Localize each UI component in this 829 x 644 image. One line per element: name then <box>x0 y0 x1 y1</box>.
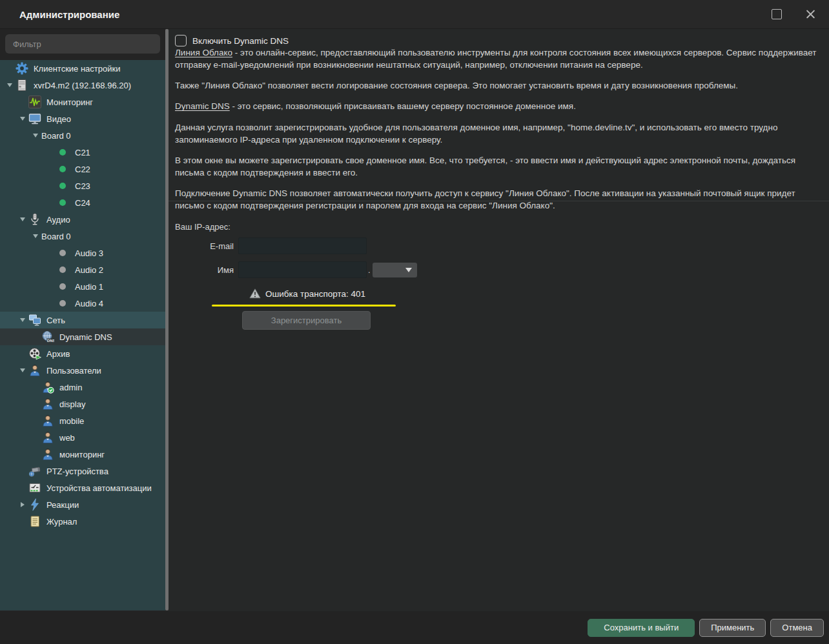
arrow-spacer <box>43 197 54 208</box>
tree-item-archive[interactable]: Архив <box>0 345 165 362</box>
chevron-down-icon[interactable] <box>30 230 41 242</box>
description-paragraph: Подключение Dynamic DNS позволяет автома… <box>175 187 821 212</box>
monitoring-icon <box>28 96 41 108</box>
section-divider <box>169 201 829 201</box>
maximize-icon <box>772 9 782 19</box>
chevron-down-icon[interactable] <box>17 214 28 225</box>
arrow-spacer <box>17 516 28 527</box>
chevron-down-icon[interactable] <box>17 365 28 376</box>
status-bullet <box>59 149 66 156</box>
chevron-down-icon[interactable] <box>30 130 41 141</box>
arrow-spacer <box>43 180 54 192</box>
save-and-exit-button[interactable]: Сохранить и выйти <box>588 619 695 637</box>
description-paragraph: Линия Облако - это онлайн-сервис, предос… <box>175 46 821 71</box>
tree-item-camera-c22[interactable]: C22 <box>0 161 165 177</box>
user-icon <box>28 364 41 377</box>
tree-item-camera-c23[interactable]: C23 <box>0 177 165 194</box>
tree-item-label: Клиентские настройки <box>34 64 120 74</box>
dns-globe-icon: DNS <box>41 330 54 343</box>
tree-item-label: C24 <box>75 198 90 208</box>
inline-link[interactable]: Dynamic DNS <box>175 101 230 111</box>
tree-item-monitoring[interactable]: Мониторинг <box>0 94 165 110</box>
tree-item-user-monitoring[interactable]: мониторинг <box>0 446 165 463</box>
tree-item-dynamic-dns[interactable]: DNSDynamic DNS <box>0 328 165 345</box>
tree-item-network[interactable]: Сеть <box>0 312 165 328</box>
tree-item-video[interactable]: Видео <box>0 110 165 127</box>
domain-select[interactable] <box>373 263 417 277</box>
tree-item-video-board-0[interactable]: Board 0 <box>0 127 165 144</box>
chevron-down-icon[interactable] <box>17 113 28 125</box>
name-field[interactable] <box>238 261 367 278</box>
film-reel-icon <box>28 347 41 360</box>
tree-item-user-admin[interactable]: admin <box>0 379 165 396</box>
tree-item-server-xvrd4[interactable]: xvrD4.m2 (192.168.96.20) <box>0 77 165 94</box>
tree-item-client-settings[interactable]: Клиентские настройки <box>0 60 165 77</box>
footer-bar: Сохранить и выйтиПрименитьОтмена <box>0 611 829 644</box>
tree-item-camera-c24[interactable]: C24 <box>0 194 165 211</box>
transport-error-text: Ошибка транспорта: 401 <box>265 289 365 299</box>
user-icon <box>41 448 54 461</box>
register-button[interactable]: Зарегистрировать <box>242 311 371 330</box>
tree-item-label: admin <box>59 383 82 392</box>
chevron-right-icon[interactable] <box>17 499 28 510</box>
tree-item-label: Аудио <box>46 215 70 225</box>
domain-separator: . <box>368 265 371 275</box>
tree-item-label: Реакции <box>46 500 79 510</box>
microphone-icon <box>28 213 41 226</box>
tree-item-user-web[interactable]: web <box>0 429 165 446</box>
arrow-spacer <box>30 398 41 410</box>
apply-button[interactable]: Применить <box>699 619 766 637</box>
tree-item-label: Dynamic DNS <box>59 332 112 342</box>
name-row: Имя . <box>174 261 417 278</box>
chevron-down-icon[interactable] <box>17 314 28 326</box>
user-check-icon <box>41 381 54 394</box>
inline-link[interactable]: Линия Облако <box>175 48 232 57</box>
tree-item-label: Архив <box>46 349 70 359</box>
arrow-spacer <box>30 448 41 460</box>
close-button[interactable] <box>801 5 820 24</box>
arrow-spacer <box>43 297 54 309</box>
tree-item-label: Устройства автоматизации <box>46 483 152 493</box>
arrow-spacer <box>17 348 28 359</box>
status-bullet <box>59 166 66 172</box>
email-field[interactable] <box>238 237 367 254</box>
dynamic-dns-panel: Включить Dynamic DNS Линия Облако - это … <box>169 29 829 610</box>
tree-item-user-mobile[interactable]: mobile <box>0 412 165 429</box>
chevron-down-icon[interactable] <box>4 79 15 91</box>
close-icon <box>806 10 815 19</box>
user-icon <box>41 431 54 444</box>
tree-item-automation-devices[interactable]: Устройства автоматизации <box>0 479 165 496</box>
tree-item-camera-c21[interactable]: C21 <box>0 144 165 161</box>
name-label: Имя <box>174 265 238 275</box>
server-icon <box>15 79 28 92</box>
tree-item-label: C21 <box>75 148 90 157</box>
tree-item-user-display[interactable]: display <box>0 396 165 412</box>
enable-dynamic-dns-label: Включить Dynamic DNS <box>192 36 289 46</box>
tree-item-audio-4[interactable]: Audio 4 <box>0 295 165 312</box>
tree-item-label: мониторинг <box>59 450 105 459</box>
arrow-spacer <box>43 247 54 259</box>
sidebar: Клиентские настройкиxvrD4.m2 (192.168.96… <box>0 29 165 610</box>
tree-item-audio[interactable]: Аудио <box>0 211 165 228</box>
tree-item-label: Audio 2 <box>75 265 103 275</box>
tree-item-journal[interactable]: Журнал <box>0 513 165 530</box>
enable-dynamic-dns-checkbox[interactable] <box>175 35 187 46</box>
tree-item-audio-board-0[interactable]: Board 0 <box>0 228 165 245</box>
arrow-spacer <box>30 415 41 427</box>
tree-item-ptz-devices[interactable]: PTZ-устройства <box>0 463 165 479</box>
tree-item-label: web <box>59 433 75 443</box>
tree-item-reactions[interactable]: Реакции <box>0 496 165 513</box>
cancel-button[interactable]: Отмена <box>770 619 824 637</box>
network-icon <box>28 314 41 327</box>
tree-item-label: PTZ-устройства <box>46 467 108 476</box>
tree-item-label: Сеть <box>46 316 65 325</box>
tree-item-audio-3[interactable]: Audio 3 <box>0 245 165 261</box>
error-underline <box>212 305 396 307</box>
tree-item-users[interactable]: Пользователи <box>0 362 165 379</box>
filter-wrap <box>0 29 165 59</box>
maximize-button[interactable] <box>767 5 786 24</box>
tree-item-audio-2[interactable]: Audio 2 <box>0 261 165 278</box>
tree-item-audio-1[interactable]: Audio 1 <box>0 278 165 295</box>
monitor-icon <box>28 112 41 125</box>
filter-input[interactable] <box>5 34 160 54</box>
